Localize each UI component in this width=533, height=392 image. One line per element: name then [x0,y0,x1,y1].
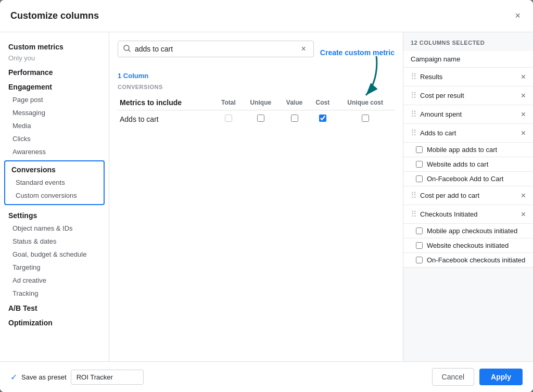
sidebar-item-media[interactable]: Media [0,119,109,132]
column-label-cost-per-result: Cost per result [420,92,519,99]
sidebar-section-conversions[interactable]: Conversions [5,163,104,176]
col-header-unique: Unique [242,95,279,110]
right-panel-header: 12 COLUMNS SELECTED [403,32,533,51]
search-icon [123,45,131,54]
modal-body: Custom metrics Only you Performance Enga… [0,32,533,361]
save-preset-check-icon[interactable]: ✓ [10,372,17,382]
search-row: × Create custom metric [118,41,395,65]
sidebar-item-ad-creative[interactable]: Ad creative [0,274,109,287]
sidebar-item-clicks[interactable]: Clicks [0,132,109,145]
customize-columns-modal: Customize columns × Custom metrics Only … [0,0,533,392]
column-item-campaign-name: Campaign name [403,51,533,68]
column-item-checkouts-initiated: ⠿ Checkouts Initiated × [403,205,533,224]
sidebar-item-custom-conversions[interactable]: Custom conversions [5,189,104,202]
col-header-value: Value [280,95,310,110]
remove-amount-spent-button[interactable]: × [521,110,526,119]
drag-handle-cost-per-result[interactable]: ⠿ [411,91,417,100]
onfacebook-adds-checkbox[interactable] [416,175,423,182]
column-label-results: Results [420,73,519,81]
sidebar-item-status-dates[interactable]: Status & dates [0,235,109,248]
col-header-unique-cost: Unique cost [336,95,395,110]
column-item-cost-per-add-to-cart: ⠿ Cost per add to cart × [403,186,533,205]
sub-label-onfacebook-adds: On-Facebook Add to Cart [427,175,503,183]
checkbox-unique-cost[interactable] [336,110,395,128]
sub-item-website-adds: Website adds to cart [403,157,533,172]
sidebar: Custom metrics Only you Performance Enga… [0,32,109,361]
search-clear-button[interactable]: × [299,44,308,54]
sidebar-item-page-post[interactable]: Page post [0,93,109,106]
sidebar-custom-metrics-sub: Only you [0,53,109,64]
apply-button[interactable]: Apply [479,369,523,385]
sidebar-section-ab-test[interactable]: A/B Test [0,300,109,314]
sidebar-item-object-names[interactable]: Object names & IDs [0,222,109,235]
save-preset-label: Save as preset [21,373,67,381]
remove-cost-per-result-button[interactable]: × [521,91,526,100]
metric-name-adds-to-cart: Adds to cart [118,110,215,128]
checkbox-unique[interactable] [242,110,279,128]
sub-label-website-checkouts: Website checkouts initiated [427,242,509,249]
search-bar: × [118,41,314,57]
close-button[interactable]: × [513,8,523,23]
sidebar-item-awareness[interactable]: Awareness [0,145,109,158]
remove-results-button[interactable]: × [521,72,526,82]
remove-adds-to-cart-button[interactable]: × [521,129,526,138]
sub-label-mobile-checkouts: Mobile app checkouts initiated [427,227,517,235]
remove-cost-per-add-to-cart-button[interactable]: × [521,191,526,200]
mobile-checkouts-checkbox[interactable] [416,227,423,234]
mobile-app-adds-checkbox[interactable] [416,146,423,153]
website-adds-checkbox[interactable] [416,161,423,168]
drag-handle-cost-per-add-to-cart[interactable]: ⠿ [411,191,417,200]
sidebar-item-targeting[interactable]: Targeting [0,261,109,274]
sub-item-website-checkouts: Website checkouts initiated [403,238,533,253]
sidebar-item-tracking[interactable]: Tracking [0,287,109,300]
unique-checkbox[interactable] [257,115,264,122]
value-checkbox[interactable] [291,115,298,122]
column-label: Campaign name [411,55,526,63]
column-count: 1 Column [118,72,395,80]
preset-name-input[interactable] [71,370,144,385]
checkbox-value[interactable] [280,110,310,128]
sub-item-onfacebook-adds: On-Facebook Add to Cart [403,172,533,186]
column-label-cost-per-add-to-cart: Cost per add to cart [420,192,519,199]
checkbox-cost[interactable] [309,110,336,128]
column-item-amount-spent: ⠿ Amount spent × [403,105,533,124]
cancel-button[interactable]: Cancel [432,368,475,386]
onfacebook-checkouts-checkbox[interactable] [416,257,423,263]
sub-item-mobile-app-adds: Mobile app adds to cart [403,143,533,157]
column-item-cost-per-result: ⠿ Cost per result × [403,86,533,105]
sidebar-section-custom-metrics[interactable]: Custom metrics [0,39,109,53]
sidebar-section-performance[interactable]: Performance [0,64,109,79]
drag-handle-results[interactable]: ⠿ [411,72,417,82]
checkbox-total[interactable] [215,110,243,128]
sub-label-mobile-app-adds: Mobile app adds to cart [427,146,497,154]
unique-cost-checkbox[interactable] [362,115,369,122]
website-checkouts-checkbox[interactable] [416,242,423,249]
sidebar-item-standard-events[interactable]: Standard events [5,176,104,189]
metrics-table-container: Metrics to include Total Unique Value Co… [118,95,395,128]
table-row: Adds to cart [118,110,395,128]
metrics-table: Metrics to include Total Unique Value Co… [118,95,395,128]
sub-item-onfacebook-checkouts: On-Facebook checkouts initiated [403,253,533,268]
sidebar-section-engagement[interactable]: Engagement [0,79,109,93]
sidebar-section-settings[interactable]: Settings [0,207,109,222]
sub-item-mobile-checkouts: Mobile app checkouts initiated [403,224,533,238]
drag-handle-amount-spent[interactable]: ⠿ [411,109,417,119]
sidebar-item-messaging[interactable]: Messaging [0,106,109,119]
cost-checkbox[interactable] [319,115,326,122]
svg-line-1 [129,50,130,52]
save-preset-section: ✓ Save as preset [10,370,144,385]
create-custom-metric-link[interactable]: Create custom metric [320,48,395,57]
search-input[interactable] [135,45,299,53]
col-header-metrics: Metrics to include [118,95,215,110]
modal-title: Customize columns [10,10,99,21]
sub-label-website-adds: Website adds to cart [427,160,488,168]
remove-checkouts-initiated-button[interactable]: × [521,210,526,219]
total-checkbox[interactable] [225,115,232,122]
drag-handle-adds-to-cart[interactable]: ⠿ [411,128,417,138]
sidebar-section-optimization[interactable]: Optimization [0,314,109,329]
sidebar-section-conversions-group: Conversions Standard events Custom conve… [4,160,105,205]
column-label-amount-spent: Amount spent [420,110,519,118]
drag-handle-checkouts-initiated[interactable]: ⠿ [411,209,417,219]
sidebar-item-goal-budget[interactable]: Goal, budget & schedule [0,248,109,261]
column-label-checkouts-initiated: Checkouts Initiated [420,210,519,218]
